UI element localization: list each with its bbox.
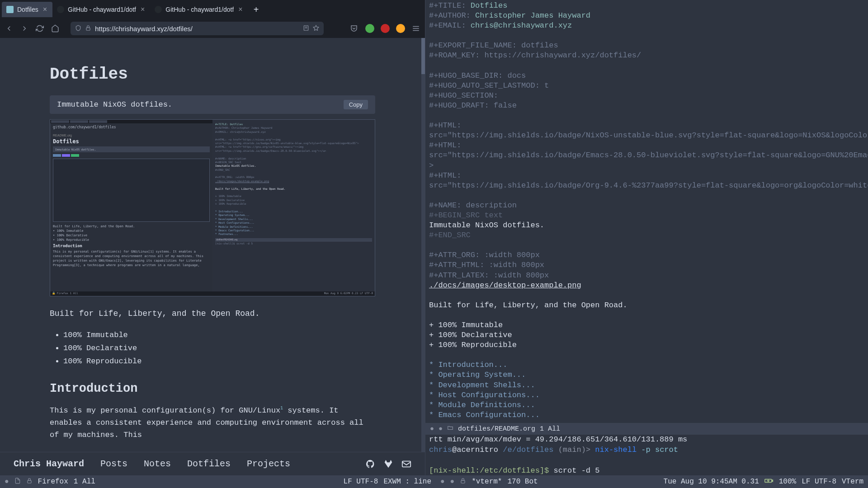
editor-line: #+HUGO_DRAFT: false <box>429 101 868 111</box>
nav-link-notes[interactable]: Notes <box>144 459 171 469</box>
editor-line: src="https://img.shields.io/badge/Emacs-… <box>429 150 868 160</box>
page-content[interactable]: Dotfiles Immutable NixOS dotfiles. Copy … <box>0 38 425 452</box>
nav-link-dotfiles[interactable]: Dotfiles <box>187 459 231 469</box>
close-icon[interactable]: × <box>237 5 243 14</box>
editor-line: #+END_SRC <box>429 230 868 240</box>
dot-icon: ● <box>439 425 443 433</box>
circle-icon: ● <box>440 478 445 486</box>
editor-line: #+ATTR_ORG: :width 800px <box>429 250 868 260</box>
forward-button[interactable] <box>20 24 29 33</box>
status-right-modeline: ● ● *vterm* 170 Bot Tue Aug 10 9:45AM 0.… <box>436 475 868 488</box>
browser-tab-github-1[interactable]: GitHub - chayward1/dotf × <box>52 2 150 17</box>
svg-rect-7 <box>402 461 410 467</box>
gitlab-icon[interactable] <box>383 459 393 469</box>
bookmark-icon[interactable] <box>313 25 319 33</box>
tagline: Built for Life, Liberty, and the Open Ro… <box>50 309 375 318</box>
close-icon[interactable]: × <box>140 5 146 14</box>
nav-bar: https://chrishayward.xyz/dotfiles/ <box>0 19 425 38</box>
code-text: Immutable NixOS dotfiles. <box>57 100 172 109</box>
svg-rect-12 <box>461 480 465 483</box>
firefox-window: Dotfiles × GitHub - chayward1/dotf × Git… <box>0 0 425 475</box>
github-icon[interactable] <box>365 459 375 469</box>
extension-icon[interactable] <box>396 24 405 33</box>
extension-icons <box>350 24 420 33</box>
email-icon[interactable] <box>401 459 411 469</box>
editor-line: > <box>429 161 868 171</box>
editor-line: #+AUTHOR: Christopher James Hayward <box>429 11 868 21</box>
screenshot-image: github.com/chayward1/dotfiles README.org… <box>50 119 375 296</box>
bottom-status: ● Firefox 1 All LF UTF-8 EXWM : line ● ●… <box>0 475 868 488</box>
pocket-icon[interactable] <box>350 24 359 33</box>
vterm-line: rtt min/avg/max/mdev = 49.294/186.651/36… <box>429 435 868 445</box>
emacs-window: #+TITLE: Dotfiles#+AUTHOR: Christopher J… <box>425 0 868 475</box>
list-item: 100% Immutable <box>63 329 375 342</box>
editor-line: #+ROAM_KEY: https://chrishayward.xyz/dot… <box>429 51 868 61</box>
editor-line: #+HUGO_AUTO_SET_LASTMOD: t <box>429 81 868 91</box>
site-brand[interactable]: Chris Hayward <box>14 459 84 469</box>
encoding: LF UTF-8 <box>344 478 378 486</box>
lock-icon <box>26 478 33 486</box>
list-item: 100% Reproducible <box>63 355 375 368</box>
shield-icon <box>75 25 81 33</box>
datetime: Tue Aug 10 9:45AM 0.31 <box>664 478 759 486</box>
buffer-position: 1 All <box>540 425 560 433</box>
url-text: https://chrishayward.xyz/dotfiles/ <box>95 25 299 33</box>
editor-line: * Operating System... <box>429 370 868 380</box>
editor-line: #+EXPORT_FILE_NAME: dotfiles <box>429 41 868 51</box>
browser-tab-dotfiles[interactable]: Dotfiles × <box>2 2 52 17</box>
github-icon <box>155 6 162 13</box>
editor-line: #+TITLE: Dotfiles <box>429 1 868 11</box>
editor-modeline: ● ● dotfiles/README.org 1 All LF UTF-8 O… <box>425 423 868 435</box>
extension-icon[interactable] <box>365 24 374 33</box>
editor-line: #+HTML: <box>429 121 868 131</box>
battery-icon <box>764 478 774 486</box>
encoding: LF UTF-8 <box>802 478 836 486</box>
back-button[interactable] <box>5 24 14 33</box>
circle-icon: ● <box>430 425 434 433</box>
svg-rect-0 <box>86 28 90 30</box>
vterm-prompt: chris@acernitro /e/dotfiles (main)> nix-… <box>429 445 868 455</box>
reader-icon[interactable] <box>303 25 309 33</box>
vterm-buffer[interactable]: rtt min/avg/max/mdev = 49.294/186.651/36… <box>425 435 868 475</box>
editor-line: * Emacs Configuration... <box>429 410 868 420</box>
lock-icon <box>460 478 466 486</box>
editor-line: * Development Shells... <box>429 380 868 390</box>
editor-line: src="https://img.shields.io/badge/NixOS-… <box>429 131 868 141</box>
editor-line: * Introduction... <box>429 360 868 370</box>
vterm-line <box>429 455 868 466</box>
favicon-icon <box>6 6 14 13</box>
buffer-name: *vterm* <box>472 478 502 486</box>
dot-icon: ● <box>450 478 455 486</box>
url-bar[interactable]: https://chrishayward.xyz/dotfiles/ <box>71 22 324 35</box>
lock-icon <box>85 25 91 33</box>
editor-line: #+EMAIL: chris@chrishayward.xyz <box>429 21 868 31</box>
copy-button[interactable]: Copy <box>344 100 368 109</box>
tab-title: GitHub - chayward1/dotf <box>68 6 136 13</box>
close-icon[interactable]: × <box>42 5 48 14</box>
circle-icon: ● <box>5 478 9 486</box>
file-icon <box>14 478 21 486</box>
buffer-name: Firefox <box>38 478 68 486</box>
new-tab-button[interactable]: + <box>248 5 264 15</box>
tab-title: Dotfiles <box>17 6 38 13</box>
home-button[interactable] <box>51 24 60 33</box>
intro-heading: Introduction <box>50 382 375 395</box>
editor-buffer[interactable]: #+TITLE: Dotfiles#+AUTHOR: Christopher J… <box>425 0 868 423</box>
editor-line: + 100% Declarative <box>429 330 868 340</box>
menu-button[interactable] <box>411 24 420 33</box>
editor-line: #+HTML: <box>429 141 868 150</box>
nav-link-posts[interactable]: Posts <box>100 459 127 469</box>
extension-icon[interactable] <box>381 24 390 33</box>
nav-link-projects[interactable]: Projects <box>247 459 290 469</box>
scrollbar[interactable] <box>421 38 425 452</box>
intro-text: This is my personal configuration(s) for… <box>50 404 375 441</box>
browser-tab-github-2[interactable]: GitHub - chayward1/dotf × <box>150 2 248 17</box>
editor-line: + 100% Reproducible <box>429 340 868 350</box>
editor-line: #+ATTR_LATEX: :width 800px <box>429 271 868 281</box>
buffer-position: 1 All <box>74 478 95 486</box>
page-title: Dotfiles <box>50 65 375 84</box>
editor-line: #+HUGO_SECTION: <box>429 91 868 101</box>
reload-button[interactable] <box>35 24 44 33</box>
scroll-thumb[interactable] <box>421 38 425 74</box>
status-left-modeline: ● Firefox 1 All LF UTF-8 EXWM : line <box>0 475 436 488</box>
